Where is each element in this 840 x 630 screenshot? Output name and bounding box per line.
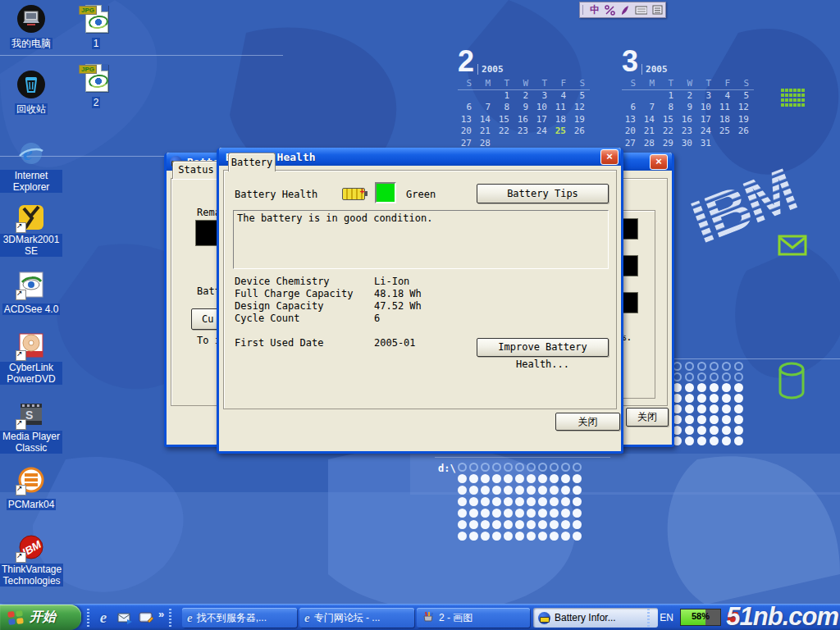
dot (527, 474, 536, 483)
calendar-date: 26 (735, 126, 754, 138)
dot (573, 520, 582, 529)
condition-text: The battery is in good condition. (234, 211, 608, 226)
chinese-input-icon[interactable]: 中 (590, 3, 600, 16)
desktop-icon-media-player-classic[interactable]: S Media Player Classic (0, 400, 62, 454)
desktop-icon-acdsee[interactable]: ACDSee 4.0 (0, 271, 62, 316)
calendar-date: 27 (622, 138, 641, 150)
tab-battery[interactable]: Battery (228, 153, 276, 171)
taskbar-button-battery-information[interactable]: Battery Infor... (533, 608, 658, 628)
battery-meter[interactable]: 58% (680, 609, 721, 626)
quick-launch-grip[interactable] (87, 609, 89, 627)
dot (469, 497, 478, 506)
dot (561, 497, 570, 506)
dot (697, 404, 706, 413)
grid-square (793, 103, 797, 107)
desktop-icon-3dmark2001[interactable]: 3DMark2001 SE (0, 203, 62, 258)
calendar-date: 4 (716, 90, 735, 103)
taskbar-button-label: 专门网论坛 - ... (314, 611, 381, 625)
recycle-bin-icon (17, 71, 45, 98)
language-indicator[interactable]: EN (660, 612, 673, 623)
calendar-date: 9 (678, 102, 697, 114)
dot (458, 509, 467, 518)
cylinder-icon (776, 361, 809, 402)
wallpaper-line (669, 358, 840, 359)
calendar-date: 14 (641, 114, 660, 126)
grid-square (781, 98, 784, 102)
taskbar-button-paint[interactable]: 2 - 画图 (417, 608, 530, 628)
desktop-icon-jpg-2[interactable]: JPG 2 (65, 64, 127, 109)
outlook-express-icon[interactable] (116, 609, 133, 626)
battery-tab-panel: Battery Health Green Battery Tips The ba… (223, 170, 617, 409)
pen-icon[interactable] (620, 5, 630, 16)
improve-battery-health-button[interactable]: Improve Battery Health... (477, 338, 609, 357)
dot (685, 383, 694, 392)
calendar-highlighted-date: 25 (552, 126, 571, 138)
desktop: 2 2005 SMTWTFS12345678910111213141516171… (0, 0, 840, 630)
language-bar[interactable]: 中 (579, 2, 666, 18)
calendar-date: 11 (552, 102, 571, 114)
dot (481, 486, 490, 495)
dot (573, 532, 582, 541)
battery-tips-button[interactable]: Battery Tips (477, 184, 609, 203)
grid-square (797, 98, 801, 102)
dot (515, 509, 524, 518)
battery-glyph-icon (342, 188, 365, 200)
field-label: First Used Date (235, 337, 323, 349)
dot (527, 509, 536, 518)
close-button[interactable]: 关闭 (555, 413, 620, 431)
dot (710, 436, 719, 445)
calendar-date (716, 138, 735, 150)
taskband-grip[interactable] (169, 609, 171, 627)
dot (458, 474, 467, 483)
battery-health-label: Battery Health (235, 189, 317, 200)
dot (492, 463, 501, 472)
taskbar-button-forum[interactable]: e 专门网论坛 - ... (299, 608, 414, 628)
desktop-icon-powerdvd[interactable]: CyberLink PowerDVD (0, 331, 62, 386)
battery-health-titlebar[interactable]: Battery Health × (219, 148, 621, 166)
calendar-date: 2 (514, 90, 533, 103)
calendar-date: 14 (477, 114, 495, 126)
tray-grip (647, 609, 650, 627)
show-desktop-icon[interactable] (138, 609, 154, 626)
desktop-icon-my-computer[interactable]: 我的电脑 (0, 5, 62, 50)
dot (469, 532, 478, 541)
tray-red-icon[interactable] (728, 612, 738, 623)
dot (722, 394, 731, 403)
desktop-icon-internet-explorer[interactable]: e Internet Explorer (0, 139, 62, 194)
dot (734, 415, 743, 424)
desktop-icon-pcmark04[interactable]: PCMark04 (0, 466, 62, 511)
start-button[interactable]: 开始 (0, 605, 81, 630)
close-button[interactable]: 关闭 (626, 408, 669, 427)
dot (515, 474, 524, 483)
condition-textbox[interactable]: The battery is in good condition. (233, 210, 609, 269)
soft-keyboard-icon[interactable] (635, 5, 648, 15)
desktop-icon-recycle-bin[interactable]: 回收站 (0, 71, 62, 116)
dot (697, 362, 706, 371)
dot (550, 532, 559, 541)
dot (710, 362, 719, 371)
dot (515, 520, 524, 529)
taskbar-button-server-not-found[interactable]: e 找不到服务器,... (182, 608, 297, 628)
thinkvantage-icon: IBM (17, 533, 45, 561)
punctuation-icon[interactable] (605, 5, 615, 16)
tab-status[interactable]: Status (172, 161, 220, 179)
desktop-icon-thinkvantage[interactable]: IBM ThinkVantage Technologies (0, 533, 62, 587)
chevron-more-icon[interactable]: » (158, 608, 164, 620)
desktop-icon-jpg-1[interactable]: JPG 1 (65, 5, 127, 50)
grid-square (789, 89, 792, 92)
calendar-date (641, 90, 660, 103)
calendar-date (458, 90, 477, 103)
dot (458, 497, 467, 506)
menu-icon[interactable] (652, 5, 663, 15)
dot (685, 394, 694, 403)
close-icon[interactable]: × (650, 154, 668, 170)
ie-quicklaunch-icon[interactable]: e (95, 609, 112, 626)
dot (481, 497, 490, 506)
calendar-date: 23 (514, 126, 533, 138)
grid-square (785, 94, 788, 97)
desktop-icon-label: Internet Explorer (0, 170, 62, 193)
dot (504, 463, 513, 472)
close-icon[interactable]: × (600, 149, 619, 165)
calendar-day-header: F (716, 78, 735, 90)
language-bar-grip[interactable] (582, 5, 585, 15)
